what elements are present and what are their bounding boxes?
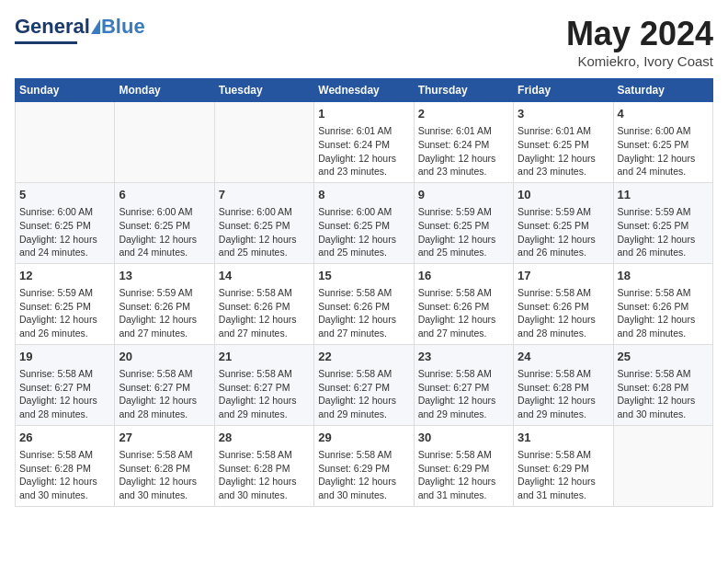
calendar-cell: 26Sunrise: 5:58 AMSunset: 6:28 PMDayligh… <box>16 425 115 506</box>
col-thursday: Thursday <box>414 79 513 102</box>
calendar-cell: 30Sunrise: 5:58 AMSunset: 6:29 PMDayligh… <box>414 425 513 506</box>
daylight-text: Daylight: 12 hours and 28 minutes. <box>518 313 609 339</box>
sunset-text: Sunset: 6:28 PM <box>618 381 709 395</box>
sunset-text: Sunset: 6:28 PM <box>219 462 310 476</box>
daylight-text: Daylight: 12 hours and 26 minutes. <box>19 313 110 339</box>
calendar-title: May 2024 <box>566 15 713 53</box>
calendar-cell: 4Sunrise: 6:00 AMSunset: 6:25 PMDaylight… <box>613 102 712 183</box>
calendar-cell: 19Sunrise: 5:58 AMSunset: 6:27 PMDayligh… <box>16 344 115 425</box>
daylight-text: Daylight: 12 hours and 29 minutes. <box>518 394 609 420</box>
daylight-text: Daylight: 12 hours and 31 minutes. <box>518 475 609 501</box>
day-number: 14 <box>219 268 310 284</box>
day-number: 16 <box>418 268 509 284</box>
daylight-text: Daylight: 12 hours and 27 minutes. <box>418 313 509 339</box>
sunset-text: Sunset: 6:25 PM <box>219 219 310 233</box>
daylight-text: Daylight: 12 hours and 31 minutes. <box>418 475 509 501</box>
calendar-week-row: 12Sunrise: 5:59 AMSunset: 6:25 PMDayligh… <box>16 263 713 344</box>
sunset-text: Sunset: 6:25 PM <box>19 300 110 314</box>
daylight-text: Daylight: 12 hours and 23 minutes. <box>318 152 409 178</box>
logo-general: General <box>15 15 90 39</box>
daylight-text: Daylight: 12 hours and 23 minutes. <box>418 152 509 178</box>
calendar-cell: 22Sunrise: 5:58 AMSunset: 6:27 PMDayligh… <box>314 344 414 425</box>
daylight-text: Daylight: 12 hours and 23 minutes. <box>518 152 609 178</box>
day-number: 3 <box>518 106 609 122</box>
sunrise-text: Sunrise: 5:58 AM <box>19 367 110 381</box>
daylight-text: Daylight: 12 hours and 25 minutes. <box>318 233 409 259</box>
day-number: 4 <box>618 106 709 122</box>
sunrise-text: Sunrise: 5:58 AM <box>19 448 110 462</box>
day-number: 5 <box>19 187 110 203</box>
day-number: 27 <box>119 430 210 446</box>
sunset-text: Sunset: 6:26 PM <box>618 300 709 314</box>
sunrise-text: Sunrise: 5:58 AM <box>219 367 310 381</box>
sunrise-text: Sunrise: 6:01 AM <box>518 124 609 138</box>
calendar-cell: 3Sunrise: 6:01 AMSunset: 6:25 PMDaylight… <box>514 102 613 183</box>
daylight-text: Daylight: 12 hours and 30 minutes. <box>119 475 210 501</box>
sunrise-text: Sunrise: 6:00 AM <box>119 205 210 219</box>
calendar-cell: 16Sunrise: 5:58 AMSunset: 6:26 PMDayligh… <box>414 263 513 344</box>
sunrise-text: Sunrise: 5:59 AM <box>418 205 509 219</box>
calendar-cell: 11Sunrise: 5:59 AMSunset: 6:25 PMDayligh… <box>613 182 712 263</box>
sunset-text: Sunset: 6:27 PM <box>19 381 110 395</box>
sunrise-text: Sunrise: 5:58 AM <box>518 367 609 381</box>
calendar-cell <box>115 102 214 183</box>
sunrise-text: Sunrise: 6:00 AM <box>618 124 709 138</box>
day-number: 9 <box>418 187 509 203</box>
daylight-text: Daylight: 12 hours and 29 minutes. <box>219 394 310 420</box>
calendar-cell: 25Sunrise: 5:58 AMSunset: 6:28 PMDayligh… <box>613 344 712 425</box>
calendar-cell: 29Sunrise: 5:58 AMSunset: 6:29 PMDayligh… <box>314 425 414 506</box>
day-number: 30 <box>418 430 509 446</box>
calendar-location: Komiekro, Ivory Coast <box>566 53 713 69</box>
daylight-text: Daylight: 12 hours and 26 minutes. <box>618 233 709 259</box>
calendar-cell: 14Sunrise: 5:58 AMSunset: 6:26 PMDayligh… <box>214 263 313 344</box>
daylight-text: Daylight: 12 hours and 30 minutes. <box>19 475 110 501</box>
daylight-text: Daylight: 12 hours and 25 minutes. <box>219 233 310 259</box>
calendar-cell: 24Sunrise: 5:58 AMSunset: 6:28 PMDayligh… <box>514 344 613 425</box>
sunrise-text: Sunrise: 6:01 AM <box>318 124 409 138</box>
sunset-text: Sunset: 6:29 PM <box>518 462 609 476</box>
sunrise-text: Sunrise: 5:58 AM <box>119 448 210 462</box>
daylight-text: Daylight: 12 hours and 27 minutes. <box>119 313 210 339</box>
page-header: General Blue May 2024 Komiekro, Ivory Co… <box>15 15 713 69</box>
sunset-text: Sunset: 6:26 PM <box>219 300 310 314</box>
daylight-text: Daylight: 12 hours and 25 minutes. <box>418 233 509 259</box>
day-number: 24 <box>518 349 609 365</box>
sunrise-text: Sunrise: 5:59 AM <box>518 205 609 219</box>
calendar-cell: 15Sunrise: 5:58 AMSunset: 6:26 PMDayligh… <box>314 263 414 344</box>
sunset-text: Sunset: 6:25 PM <box>19 219 110 233</box>
calendar-cell: 6Sunrise: 6:00 AMSunset: 6:25 PMDaylight… <box>115 182 214 263</box>
sunrise-text: Sunrise: 5:59 AM <box>19 286 110 300</box>
sunset-text: Sunset: 6:27 PM <box>119 381 210 395</box>
col-sunday: Sunday <box>16 79 115 102</box>
sunrise-text: Sunrise: 5:58 AM <box>219 448 310 462</box>
sunrise-text: Sunrise: 5:58 AM <box>418 367 509 381</box>
day-number: 28 <box>219 430 310 446</box>
calendar-cell: 2Sunrise: 6:01 AMSunset: 6:24 PMDaylight… <box>414 102 513 183</box>
daylight-text: Daylight: 12 hours and 24 minutes. <box>19 233 110 259</box>
title-block: May 2024 Komiekro, Ivory Coast <box>566 15 713 69</box>
sunrise-text: Sunrise: 5:58 AM <box>119 367 210 381</box>
daylight-text: Daylight: 12 hours and 24 minutes. <box>119 233 210 259</box>
day-number: 23 <box>418 349 509 365</box>
daylight-text: Daylight: 12 hours and 29 minutes. <box>418 394 509 420</box>
sunset-text: Sunset: 6:27 PM <box>318 381 409 395</box>
sunrise-text: Sunrise: 5:58 AM <box>518 448 609 462</box>
calendar-week-row: 26Sunrise: 5:58 AMSunset: 6:28 PMDayligh… <box>16 425 713 506</box>
sunset-text: Sunset: 6:25 PM <box>318 219 409 233</box>
sunrise-text: Sunrise: 5:58 AM <box>219 286 310 300</box>
day-number: 17 <box>518 268 609 284</box>
sunrise-text: Sunrise: 5:58 AM <box>518 286 609 300</box>
day-number: 25 <box>618 349 709 365</box>
day-number: 31 <box>518 430 609 446</box>
col-tuesday: Tuesday <box>214 79 313 102</box>
sunrise-text: Sunrise: 5:59 AM <box>119 286 210 300</box>
calendar-week-row: 5Sunrise: 6:00 AMSunset: 6:25 PMDaylight… <box>16 182 713 263</box>
sunset-text: Sunset: 6:26 PM <box>518 300 609 314</box>
day-number: 20 <box>119 349 210 365</box>
calendar-cell: 18Sunrise: 5:58 AMSunset: 6:26 PMDayligh… <box>613 263 712 344</box>
day-number: 21 <box>219 349 310 365</box>
calendar-cell: 9Sunrise: 5:59 AMSunset: 6:25 PMDaylight… <box>414 182 513 263</box>
calendar-cell: 1Sunrise: 6:01 AMSunset: 6:24 PMDaylight… <box>314 102 414 183</box>
sunset-text: Sunset: 6:28 PM <box>119 462 210 476</box>
sunrise-text: Sunrise: 5:59 AM <box>618 205 709 219</box>
